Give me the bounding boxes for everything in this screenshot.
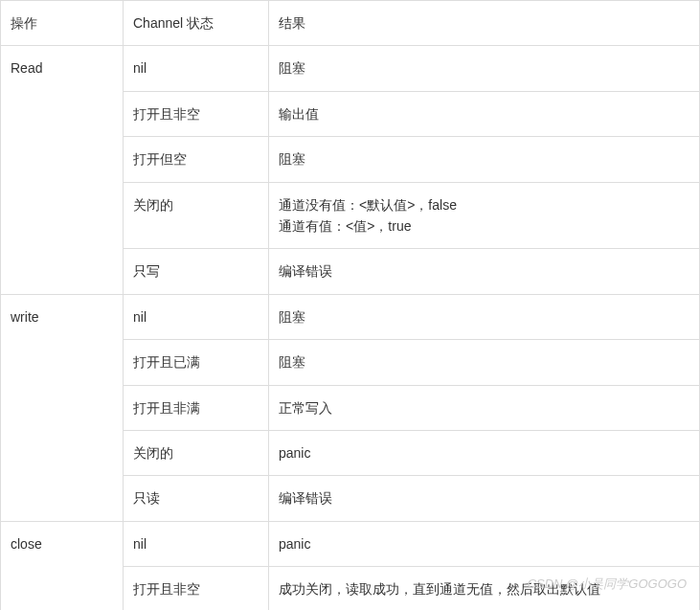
cell-result: 阻塞 <box>269 340 700 385</box>
table-row: closenilpanic <box>1 521 700 566</box>
cell-result: 编译错误 <box>269 249 700 294</box>
cell-channel-state: 打开且已满 <box>124 340 269 385</box>
header-operation: 操作 <box>1 1 124 46</box>
cell-channel-state: 只读 <box>124 476 269 521</box>
channel-behavior-table: 操作 Channel 状态 结果 Readnil阻塞打开且非空输出值打开但空阻塞… <box>0 0 700 610</box>
header-result: 结果 <box>269 1 700 46</box>
table-row: Readnil阻塞 <box>1 46 700 91</box>
cell-result: panic <box>269 430 700 475</box>
cell-result: 正常写入 <box>269 385 700 430</box>
cell-channel-state: 打开且非空 <box>124 91 269 136</box>
table-row: writenil阻塞 <box>1 294 700 339</box>
cell-result: 输出值 <box>269 91 700 136</box>
cell-result: panic <box>269 521 700 566</box>
cell-channel-state: nil <box>124 294 269 339</box>
cell-result: 阻塞 <box>269 46 700 91</box>
cell-operation: close <box>1 521 124 610</box>
cell-channel-state: 只写 <box>124 249 269 294</box>
cell-channel-state: 打开且非满 <box>124 385 269 430</box>
cell-channel-state: 打开但空 <box>124 137 269 182</box>
cell-result: 成功关闭，读取成功，直到通道无值，然后取出默认值 <box>269 567 700 610</box>
cell-operation: Read <box>1 46 124 294</box>
cell-channel-state: nil <box>124 46 269 91</box>
header-channel-state: Channel 状态 <box>124 1 269 46</box>
cell-channel-state: 打开且非空 <box>124 567 269 610</box>
cell-channel-state: 关闭的 <box>124 430 269 475</box>
cell-result: 编译错误 <box>269 476 700 521</box>
cell-result: 阻塞 <box>269 137 700 182</box>
cell-operation: write <box>1 294 124 521</box>
cell-result: 阻塞 <box>269 294 700 339</box>
cell-channel-state: nil <box>124 521 269 566</box>
cell-channel-state: 关闭的 <box>124 182 269 249</box>
cell-result: 通道没有值：<默认值>，false通道有值：<值>，true <box>269 182 700 249</box>
table-header-row: 操作 Channel 状态 结果 <box>1 1 700 46</box>
